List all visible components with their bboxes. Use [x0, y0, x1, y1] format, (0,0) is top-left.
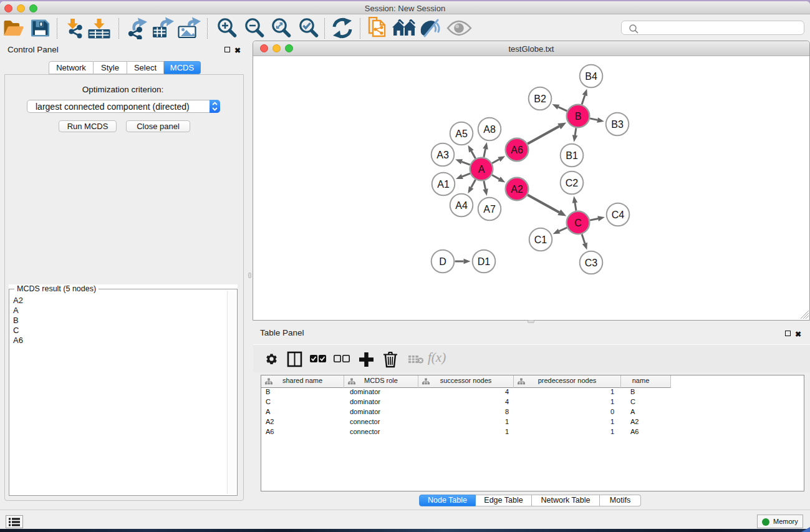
svg-text:A7: A7 [483, 204, 496, 215]
svg-text:C3: C3 [585, 258, 598, 268]
svg-text:B2: B2 [534, 94, 546, 104]
svg-text:B1: B1 [566, 150, 578, 161]
svg-text:B4: B4 [585, 71, 597, 82]
svg-text:C4: C4 [612, 210, 625, 220]
svg-text:A: A [478, 164, 485, 175]
svg-text:B: B [575, 111, 582, 122]
svg-text:C2: C2 [566, 178, 579, 188]
svg-text:A2: A2 [511, 184, 523, 195]
svg-text:C1: C1 [534, 235, 547, 245]
svg-text:D1: D1 [478, 256, 491, 267]
svg-text:A3: A3 [436, 150, 449, 160]
svg-text:C: C [574, 218, 582, 228]
svg-text:A6: A6 [511, 145, 523, 155]
svg-text:B3: B3 [611, 119, 624, 130]
svg-text:D: D [439, 256, 446, 267]
svg-text:A5: A5 [455, 128, 468, 139]
svg-text:A4: A4 [455, 200, 468, 211]
svg-text:A8: A8 [483, 124, 496, 135]
svg-text:A1: A1 [437, 179, 450, 190]
